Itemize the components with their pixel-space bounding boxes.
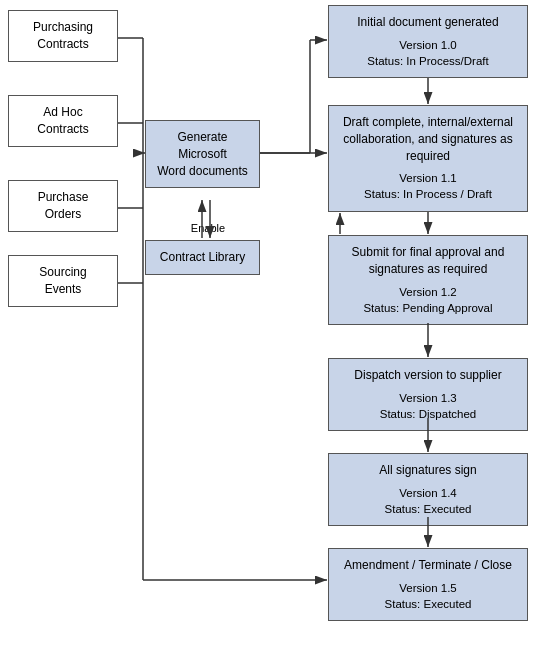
enable-label: Enable: [178, 222, 238, 234]
right-box-2-text: Draft complete, internal/external collab…: [343, 115, 513, 163]
right-box-1-status: Status: In Process/Draft: [335, 53, 521, 69]
right-box-4-text: Dispatch version to supplier: [354, 368, 501, 382]
right-box-1-text: Initial document generated: [357, 15, 498, 29]
right-box-5-version: Version 1.4: [335, 485, 521, 501]
right-box-2-version: Version 1.1: [335, 170, 521, 186]
right-box-5-text: All signatures sign: [379, 463, 476, 477]
purchasing-contracts-box: Purchasing Contracts: [8, 10, 118, 62]
right-box-5-status: Status: Executed: [335, 501, 521, 517]
contract-library-box: Contract Library: [145, 240, 260, 275]
purchase-orders-box: PurchaseOrders: [8, 180, 118, 232]
generate-word-box: Generate MicrosoftWord documents: [145, 120, 260, 188]
right-box-2-status: Status: In Process / Draft: [335, 186, 521, 202]
right-box-3-version: Version 1.2: [335, 284, 521, 300]
sourcing-events-box: SourcingEvents: [8, 255, 118, 307]
right-box-5: All signatures sign Version 1.4 Status: …: [328, 453, 528, 526]
right-box-4-version: Version 1.3: [335, 390, 521, 406]
diagram: Purchasing Contracts Ad HocContracts Pur…: [0, 0, 543, 651]
right-box-2: Draft complete, internal/external collab…: [328, 105, 528, 212]
right-box-3-text: Submit for final approval and signatures…: [352, 245, 505, 276]
right-box-3: Submit for final approval and signatures…: [328, 235, 528, 325]
right-box-1: Initial document generated Version 1.0 S…: [328, 5, 528, 78]
ad-hoc-contracts-label: Ad HocContracts: [37, 105, 88, 136]
right-box-6-version: Version 1.5: [335, 580, 521, 596]
sourcing-events-label: SourcingEvents: [39, 265, 86, 296]
purchase-orders-label: PurchaseOrders: [38, 190, 89, 221]
ad-hoc-contracts-box: Ad HocContracts: [8, 95, 118, 147]
right-box-6-text: Amendment / Terminate / Close: [344, 558, 512, 572]
purchasing-contracts-label: Purchasing Contracts: [33, 20, 93, 51]
contract-library-label: Contract Library: [160, 250, 245, 264]
right-box-4-status: Status: Dispatched: [335, 406, 521, 422]
right-box-6: Amendment / Terminate / Close Version 1.…: [328, 548, 528, 621]
right-box-4: Dispatch version to supplier Version 1.3…: [328, 358, 528, 431]
generate-word-label: Generate MicrosoftWord documents: [157, 130, 248, 178]
right-box-6-status: Status: Executed: [335, 596, 521, 612]
right-box-3-status: Status: Pending Approval: [335, 300, 521, 316]
right-box-1-version: Version 1.0: [335, 37, 521, 53]
